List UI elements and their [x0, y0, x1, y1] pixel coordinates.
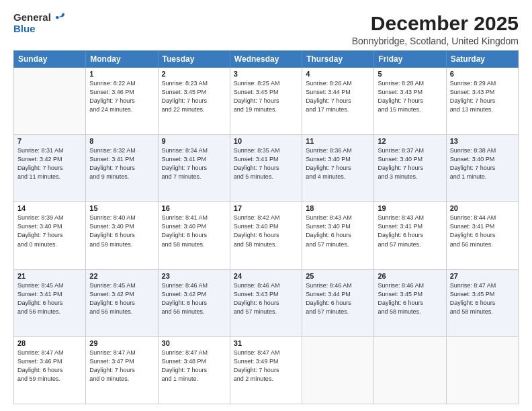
calendar-cell: 14Sunrise: 8:39 AM Sunset: 3:40 PM Dayli…: [14, 202, 86, 269]
calendar-cell: 27Sunrise: 8:47 AM Sunset: 3:45 PM Dayli…: [446, 269, 518, 336]
calendar-cell: 22Sunrise: 8:45 AM Sunset: 3:42 PM Dayli…: [86, 269, 158, 336]
day-number: 7: [17, 137, 82, 145]
calendar-cell: 13Sunrise: 8:38 AM Sunset: 3:40 PM Dayli…: [446, 135, 518, 202]
title-block: December 2025 Bonnybridge, Scotland, Uni…: [352, 12, 519, 46]
day-number: 1: [89, 70, 154, 78]
day-number: 9: [162, 137, 226, 145]
day-number: 21: [17, 272, 82, 280]
day-info: Sunrise: 8:36 AM Sunset: 3:40 PM Dayligh…: [306, 146, 370, 181]
day-info: Sunrise: 8:47 AM Sunset: 3:48 PM Dayligh…: [162, 349, 226, 383]
days-of-week-row: SundayMondayTuesdayWednesdayThursdayFrid…: [14, 51, 519, 68]
day-info: Sunrise: 8:46 AM Sunset: 3:43 PM Dayligh…: [234, 281, 298, 316]
calendar-week-row: 1Sunrise: 8:22 AM Sunset: 3:46 PM Daylig…: [14, 68, 519, 135]
day-info: Sunrise: 8:35 AM Sunset: 3:41 PM Dayligh…: [234, 146, 298, 181]
day-info: Sunrise: 8:29 AM Sunset: 3:43 PM Dayligh…: [450, 79, 515, 114]
day-header-thursday: Thursday: [302, 51, 374, 68]
calendar-cell: 30Sunrise: 8:47 AM Sunset: 3:48 PM Dayli…: [158, 336, 230, 404]
day-number: 11: [306, 137, 370, 145]
day-info: Sunrise: 8:38 AM Sunset: 3:40 PM Dayligh…: [450, 146, 515, 181]
calendar-cell: 1Sunrise: 8:22 AM Sunset: 3:46 PM Daylig…: [86, 68, 158, 135]
day-number: 27: [450, 272, 515, 280]
day-number: 6: [450, 70, 515, 78]
calendar-table: SundayMondayTuesdayWednesdayThursdayFrid…: [13, 50, 519, 404]
calendar-cell: 20Sunrise: 8:44 AM Sunset: 3:41 PM Dayli…: [446, 202, 518, 269]
calendar-cell: 24Sunrise: 8:46 AM Sunset: 3:43 PM Dayli…: [230, 269, 302, 336]
day-header-tuesday: Tuesday: [158, 51, 230, 68]
day-number: 30: [162, 339, 226, 347]
day-number: 22: [89, 272, 154, 280]
day-info: Sunrise: 8:47 AM Sunset: 3:46 PM Dayligh…: [17, 349, 82, 383]
logo-bird-icon: [53, 12, 65, 23]
calendar-cell: 7Sunrise: 8:31 AM Sunset: 3:42 PM Daylig…: [14, 135, 86, 202]
calendar-cell: 8Sunrise: 8:32 AM Sunset: 3:41 PM Daylig…: [86, 135, 158, 202]
calendar-cell: 19Sunrise: 8:43 AM Sunset: 3:41 PM Dayli…: [374, 202, 446, 269]
day-number: 26: [378, 272, 442, 280]
calendar-cell: 16Sunrise: 8:41 AM Sunset: 3:40 PM Dayli…: [158, 202, 230, 269]
day-info: Sunrise: 8:39 AM Sunset: 3:40 PM Dayligh…: [17, 214, 82, 248]
calendar-cell: [302, 336, 374, 404]
day-number: 23: [162, 272, 226, 280]
logo-text-general: General: [13, 12, 51, 24]
calendar-cell: 12Sunrise: 8:37 AM Sunset: 3:40 PM Dayli…: [374, 135, 446, 202]
calendar-cell: 11Sunrise: 8:36 AM Sunset: 3:40 PM Dayli…: [302, 135, 374, 202]
day-info: Sunrise: 8:42 AM Sunset: 3:40 PM Dayligh…: [234, 214, 298, 248]
day-header-monday: Monday: [86, 51, 158, 68]
main-title: December 2025: [352, 12, 519, 34]
calendar-cell: 3Sunrise: 8:25 AM Sunset: 3:45 PM Daylig…: [230, 68, 302, 135]
logo-text-blue: Blue: [13, 24, 36, 35]
day-number: 12: [378, 137, 442, 145]
day-number: 2: [162, 70, 226, 78]
day-number: 13: [450, 137, 515, 145]
day-number: 16: [162, 204, 226, 212]
day-info: Sunrise: 8:43 AM Sunset: 3:41 PM Dayligh…: [378, 214, 442, 248]
day-info: Sunrise: 8:43 AM Sunset: 3:40 PM Dayligh…: [306, 214, 370, 248]
day-number: 25: [306, 272, 370, 280]
day-number: 24: [234, 272, 298, 280]
day-info: Sunrise: 8:23 AM Sunset: 3:45 PM Dayligh…: [162, 79, 226, 114]
day-info: Sunrise: 8:34 AM Sunset: 3:41 PM Dayligh…: [162, 146, 226, 181]
calendar-cell: 31Sunrise: 8:47 AM Sunset: 3:49 PM Dayli…: [230, 336, 302, 404]
day-number: 10: [234, 137, 298, 145]
day-info: Sunrise: 8:41 AM Sunset: 3:40 PM Dayligh…: [162, 214, 226, 248]
day-info: Sunrise: 8:28 AM Sunset: 3:43 PM Dayligh…: [378, 79, 442, 114]
day-info: Sunrise: 8:46 AM Sunset: 3:45 PM Dayligh…: [378, 281, 442, 316]
day-header-friday: Friday: [374, 51, 446, 68]
calendar-week-row: 14Sunrise: 8:39 AM Sunset: 3:40 PM Dayli…: [14, 202, 519, 269]
day-info: Sunrise: 8:26 AM Sunset: 3:44 PM Dayligh…: [306, 79, 370, 114]
day-info: Sunrise: 8:46 AM Sunset: 3:42 PM Dayligh…: [162, 281, 226, 316]
logo: General Blue: [13, 12, 65, 34]
calendar-header: SundayMondayTuesdayWednesdayThursdayFrid…: [14, 51, 519, 68]
calendar-cell: 10Sunrise: 8:35 AM Sunset: 3:41 PM Dayli…: [230, 135, 302, 202]
day-number: 3: [234, 70, 298, 78]
day-info: Sunrise: 8:31 AM Sunset: 3:42 PM Dayligh…: [17, 146, 82, 181]
calendar-cell: [14, 68, 86, 135]
day-info: Sunrise: 8:44 AM Sunset: 3:41 PM Dayligh…: [450, 214, 515, 248]
day-number: 29: [89, 339, 154, 347]
calendar-cell: [374, 336, 446, 404]
day-header-wednesday: Wednesday: [230, 51, 302, 68]
day-info: Sunrise: 8:47 AM Sunset: 3:49 PM Dayligh…: [234, 349, 298, 383]
calendar-week-row: 21Sunrise: 8:45 AM Sunset: 3:41 PM Dayli…: [14, 269, 519, 336]
calendar-cell: 6Sunrise: 8:29 AM Sunset: 3:43 PM Daylig…: [446, 68, 518, 135]
calendar-cell: 23Sunrise: 8:46 AM Sunset: 3:42 PM Dayli…: [158, 269, 230, 336]
calendar-cell: 18Sunrise: 8:43 AM Sunset: 3:40 PM Dayli…: [302, 202, 374, 269]
header: General Blue December 2025 Bonnybridge, …: [13, 12, 519, 46]
day-info: Sunrise: 8:45 AM Sunset: 3:42 PM Dayligh…: [89, 281, 154, 316]
day-info: Sunrise: 8:32 AM Sunset: 3:41 PM Dayligh…: [89, 146, 154, 181]
day-number: 18: [306, 204, 370, 212]
calendar-cell: 5Sunrise: 8:28 AM Sunset: 3:43 PM Daylig…: [374, 68, 446, 135]
day-info: Sunrise: 8:37 AM Sunset: 3:40 PM Dayligh…: [378, 146, 442, 181]
day-number: 4: [306, 70, 370, 78]
calendar-cell: 29Sunrise: 8:47 AM Sunset: 3:47 PM Dayli…: [86, 336, 158, 404]
subtitle: Bonnybridge, Scotland, United Kingdom: [352, 36, 519, 46]
day-info: Sunrise: 8:46 AM Sunset: 3:44 PM Dayligh…: [306, 281, 370, 316]
day-info: Sunrise: 8:47 AM Sunset: 3:47 PM Dayligh…: [89, 349, 154, 383]
calendar-cell: 17Sunrise: 8:42 AM Sunset: 3:40 PM Dayli…: [230, 202, 302, 269]
day-info: Sunrise: 8:47 AM Sunset: 3:45 PM Dayligh…: [450, 281, 515, 316]
calendar-cell: 15Sunrise: 8:40 AM Sunset: 3:40 PM Dayli…: [86, 202, 158, 269]
calendar-cell: 2Sunrise: 8:23 AM Sunset: 3:45 PM Daylig…: [158, 68, 230, 135]
day-number: 20: [450, 204, 515, 212]
day-number: 17: [234, 204, 298, 212]
day-header-saturday: Saturday: [446, 51, 518, 68]
calendar-cell: 21Sunrise: 8:45 AM Sunset: 3:41 PM Dayli…: [14, 269, 86, 336]
